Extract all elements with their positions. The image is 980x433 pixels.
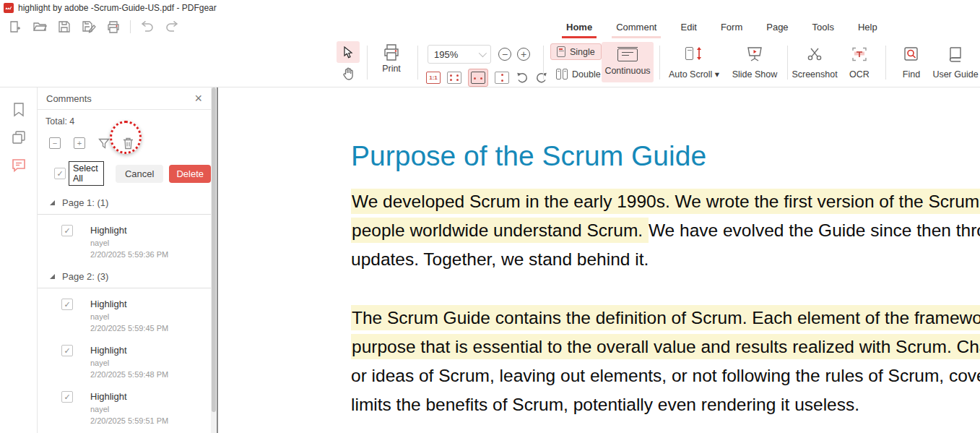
selection-row: ✓ Select All Cancel Delete <box>54 161 211 186</box>
text-line: We developed Scrum in the early 1990s. W… <box>351 192 980 220</box>
print-quick-icon[interactable] <box>105 19 121 35</box>
select-all-checkbox[interactable]: ✓ <box>54 168 66 179</box>
comment-type: Highlight <box>90 299 168 309</box>
cancel-button[interactable]: Cancel <box>116 165 163 183</box>
comment-checkbox[interactable]: ✓ <box>61 225 73 236</box>
chevron-down-icon <box>479 49 487 57</box>
title-bar: highlight by adobe -Scrum-Guide-US.pdf -… <box>0 0 980 16</box>
plain-text: updates. Together, we stand behind it. <box>351 249 649 269</box>
paragraph: We developed Scrum in the early 1990s. W… <box>351 192 980 278</box>
select-tool-button[interactable] <box>337 41 360 63</box>
comment-type: Highlight <box>90 345 168 356</box>
group-header[interactable]: Page 1: (1) <box>38 197 211 215</box>
comment-checkbox[interactable]: ✓ <box>61 391 73 403</box>
redo-icon[interactable] <box>164 19 180 35</box>
print-button[interactable]: Print <box>374 42 409 74</box>
zoom-in-button[interactable]: + <box>517 48 530 61</box>
highlight-annotation[interactable]: We developed Scrum in the early 1990s. W… <box>351 189 980 214</box>
zoom-out-button[interactable]: − <box>498 48 511 61</box>
user-guide-button[interactable]: User Guide <box>932 42 979 82</box>
double-label: Double <box>572 69 601 80</box>
ocr-icon <box>851 46 868 62</box>
zoom-level-combobox[interactable]: 195% <box>428 45 491 64</box>
delete-button[interactable]: Delete <box>169 165 211 183</box>
menu-tabs: HomeCommentEditFormPageToolsHelp <box>556 16 891 40</box>
paragraph: The Scrum Guide contains the definition … <box>351 308 980 424</box>
ocr-button[interactable]: OCR <box>841 42 878 82</box>
close-icon[interactable]: × <box>194 92 202 105</box>
tab-tools[interactable]: Tools <box>802 17 844 38</box>
menu-row: HomeCommentEditFormPageToolsHelp <box>0 16 980 40</box>
continuous-view-button[interactable]: Continuous <box>602 42 654 82</box>
app-body: Comments × Total: 4 − + ✓ Select All Can… <box>0 87 980 433</box>
hand-tool-icon[interactable] <box>338 64 358 83</box>
text-line: The Scrum Guide contains the definition … <box>351 308 980 337</box>
delete-comments-icon[interactable] <box>123 137 134 150</box>
new-file-icon[interactable] <box>7 19 23 35</box>
comment-details: Highlightnayel2/20/2025 5:59:48 PM <box>90 345 168 379</box>
screenshot-button[interactable]: Screenshot <box>789 42 841 82</box>
find-button[interactable]: Find <box>894 42 929 82</box>
comment-author: nayel <box>90 359 168 367</box>
comment-item[interactable]: ✓Highlightnayel2/20/2025 5:59:45 PM <box>38 299 211 333</box>
rotate-right-icon[interactable] <box>535 72 548 85</box>
single-page-icon <box>557 46 565 57</box>
highlight-annotation[interactable]: people worldwide understand Scrum. <box>351 218 649 243</box>
comments-panel-icon[interactable] <box>11 158 27 173</box>
tab-form[interactable]: Form <box>711 17 753 38</box>
ribbon-divider <box>885 46 886 80</box>
tab-page[interactable]: Page <box>756 17 798 38</box>
double-page-icon <box>556 69 568 80</box>
ribbon-divider <box>367 46 368 80</box>
text-line: people worldwide understand Scrum. We ha… <box>351 220 980 249</box>
rotate-left-icon[interactable] <box>516 72 529 85</box>
fit-width-button[interactable] <box>468 69 488 87</box>
fit-height-button[interactable] <box>495 72 509 84</box>
highlight-annotation[interactable]: The Scrum Guide contains the definition … <box>351 305 980 330</box>
filter-icon[interactable] <box>98 138 110 149</box>
plain-text: We have evolved the Guide since then thr… <box>649 220 980 240</box>
tab-home[interactable]: Home <box>556 17 602 38</box>
comment-groups: Page 1: (1)✓Highlightnayel2/20/2025 5:59… <box>38 197 211 425</box>
actual-size-button[interactable]: 1:1 <box>426 72 441 84</box>
scrollbar-thumb[interactable] <box>212 87 216 412</box>
tab-edit[interactable]: Edit <box>670 17 706 38</box>
left-rail <box>0 87 38 433</box>
screenshot-label: Screenshot <box>792 69 837 80</box>
comments-total: Total: 4 <box>45 116 211 127</box>
quickbar-separator <box>130 20 131 33</box>
save-icon[interactable] <box>56 19 72 35</box>
comments-panel-title: Comments <box>46 93 92 104</box>
ribbon: Print 195% − + 1:1 S <box>0 40 980 87</box>
plain-text: limits the benefits of Scrum, potentiall… <box>351 395 859 414</box>
comment-author: nayel <box>90 239 168 247</box>
tab-help[interactable]: Help <box>848 17 888 38</box>
panel-scrollbar[interactable] <box>211 87 217 433</box>
continuous-icon <box>617 48 638 61</box>
collapse-all-icon[interactable]: − <box>49 137 61 149</box>
thumbnails-panel-icon[interactable] <box>11 129 27 145</box>
open-file-icon[interactable] <box>32 19 48 35</box>
double-view-button[interactable]: Double <box>550 67 607 82</box>
single-view-button[interactable]: Single <box>550 43 602 60</box>
quick-access-toolbar <box>7 19 180 35</box>
comment-checkbox[interactable]: ✓ <box>61 299 73 310</box>
comment-item[interactable]: ✓Highlightnayel2/20/2025 5:59:36 PM <box>38 225 211 259</box>
text-line: or ideas of Scrum, leaving out elements,… <box>351 366 980 395</box>
slide-show-button[interactable]: Slide Show <box>726 42 784 82</box>
ribbon-divider <box>417 46 418 80</box>
bookmarks-panel-icon[interactable] <box>11 102 27 118</box>
group-header[interactable]: Page 2: (3) <box>38 271 211 288</box>
comment-item[interactable]: ✓Highlightnayel2/20/2025 5:59:48 PM <box>38 345 211 379</box>
comment-author: nayel <box>90 312 168 321</box>
ocr-label: OCR <box>849 69 870 80</box>
undo-icon[interactable] <box>139 19 155 35</box>
auto-scroll-button[interactable]: Auto Scroll ▾ <box>662 42 727 82</box>
comment-item[interactable]: ✓Highlightnayel2/20/2025 5:59:51 PM <box>38 391 211 425</box>
save-as-icon[interactable] <box>81 19 97 35</box>
highlight-annotation[interactable]: purpose that is essential to the overall… <box>351 334 980 359</box>
fit-page-button[interactable] <box>447 72 461 84</box>
expand-all-icon[interactable]: + <box>74 137 85 149</box>
tab-comment[interactable]: Comment <box>606 17 667 38</box>
comment-checkbox[interactable]: ✓ <box>61 345 73 356</box>
